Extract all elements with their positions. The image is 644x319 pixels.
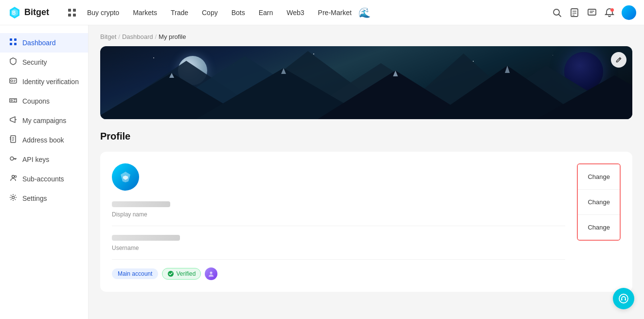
username-value: [112, 235, 180, 241]
svg-point-17: [11, 80, 13, 82]
breadcrumb-sep-1: /: [118, 33, 120, 40]
banner-edit-button[interactable]: [611, 52, 626, 68]
change-avatar-button[interactable]: Change: [578, 164, 620, 190]
sidebar-item-dashboard[interactable]: Dashboard: [0, 33, 88, 53]
nav-pre-market[interactable]: Pre-Market: [312, 6, 358, 19]
svg-point-53: [210, 272, 213, 274]
svg-rect-3: [68, 14, 71, 17]
verified-badge: Verified: [162, 268, 201, 280]
api-keys-icon: [9, 155, 18, 164]
profile-avatar: [112, 163, 139, 191]
sidebar-label-settings: Settings: [22, 195, 47, 202]
change-buttons-group: Change Change Change: [577, 163, 621, 241]
svg-rect-1: [68, 9, 71, 12]
display-name-label: Display name: [112, 211, 565, 218]
sidebar-label-coupons: Coupons: [22, 97, 50, 105]
sidebar-item-security[interactable]: Security: [0, 53, 88, 72]
coupons-icon: [9, 96, 18, 106]
svg-rect-56: [625, 299, 626, 301]
main-account-badge: Main account: [112, 268, 158, 279]
svg-point-33: [12, 176, 15, 178]
sidebar: Dashboard Security Identity verification…: [0, 25, 89, 319]
svg-point-34: [15, 176, 17, 177]
svg-point-54: [619, 294, 628, 303]
username-label: Username: [112, 245, 565, 251]
sub-accounts-icon: [9, 174, 18, 184]
profile-banner: [100, 46, 632, 119]
sidebar-item-settings[interactable]: Settings: [0, 189, 88, 208]
username-field: Username: [112, 234, 565, 260]
svg-rect-13: [14, 38, 17, 41]
notifications-icon[interactable]: [604, 7, 615, 18]
identity-icon: [9, 77, 18, 87]
sidebar-label-identity: Identity verification: [22, 78, 79, 86]
change-username-button[interactable]: Change: [578, 215, 620, 240]
top-navigation: B Bitget Buy crypto Markets Trade Copy B…: [0, 0, 644, 25]
nav-copy[interactable]: Copy: [196, 6, 224, 19]
badges-row: Main account Verified: [112, 267, 565, 280]
breadcrumb-current: My profile: [159, 33, 186, 40]
breadcrumb: Bitget / Dashboard / My profile: [100, 33, 632, 40]
sidebar-label-dashboard: Dashboard: [22, 39, 56, 47]
svg-text:B: B: [12, 10, 16, 16]
sidebar-item-coupons[interactable]: Coupons: [0, 91, 88, 111]
wave-emoji[interactable]: 🌊: [359, 7, 370, 18]
user-avatar-nav[interactable]: [622, 5, 636, 20]
sidebar-item-campaigns[interactable]: My campaigns: [0, 111, 88, 130]
svg-point-29: [10, 157, 14, 160]
notification-badge: [610, 8, 614, 12]
sidebar-label-security: Security: [22, 58, 47, 66]
profile-title: Profile: [100, 131, 632, 142]
sidebar-item-identity[interactable]: Identity verification: [0, 72, 88, 91]
sidebar-item-sub-accounts[interactable]: Sub-accounts: [0, 169, 88, 189]
nav-buy-crypto[interactable]: Buy crypto: [81, 6, 125, 19]
svg-line-6: [559, 14, 561, 17]
nav-markets[interactable]: Markets: [127, 6, 163, 19]
svg-line-51: [619, 58, 620, 59]
sidebar-label-campaigns: My campaigns: [22, 117, 66, 124]
svg-rect-11: [588, 9, 596, 15]
svg-rect-15: [14, 43, 17, 45]
bitget-logo-icon: B: [8, 6, 21, 19]
nav-earn[interactable]: Earn: [253, 6, 279, 19]
profile-card: Display name Username Main account: [100, 152, 632, 292]
nav-web3[interactable]: Web3: [281, 6, 310, 19]
security-icon: [9, 57, 18, 67]
sidebar-item-address-book[interactable]: Address book: [0, 130, 88, 150]
svg-point-20: [11, 100, 13, 101]
headphone-icon: [618, 293, 629, 304]
apps-icon[interactable]: [67, 7, 77, 18]
main-content: Bitget / Dashboard / My profile: [89, 25, 644, 319]
banner-mountains-svg: [100, 46, 632, 119]
nav-trade[interactable]: Trade: [165, 6, 194, 19]
orders-icon[interactable]: [569, 7, 580, 18]
dashboard-icon: [9, 38, 18, 48]
support-button[interactable]: [613, 288, 634, 309]
settings-icon: [9, 194, 18, 203]
change-display-name-button[interactable]: Change: [578, 190, 620, 215]
svg-rect-4: [73, 14, 76, 17]
address-book-icon: [9, 135, 18, 145]
breadcrumb-sep-2: /: [155, 33, 157, 40]
svg-rect-55: [621, 299, 623, 301]
nav-bots[interactable]: Bots: [226, 6, 251, 19]
sidebar-label-address-book: Address book: [22, 136, 64, 144]
display-name-field: Display name: [112, 200, 565, 226]
svg-rect-12: [10, 38, 12, 41]
breadcrumb-bitget[interactable]: Bitget: [100, 33, 116, 40]
nav-links: Buy crypto Markets Trade Copy Bots Earn …: [81, 6, 552, 19]
sidebar-item-api-keys[interactable]: API keys: [0, 150, 88, 169]
breadcrumb-dashboard[interactable]: Dashboard: [122, 33, 153, 40]
page-layout: Dashboard Security Identity verification…: [0, 0, 644, 319]
verified-check-icon: [167, 270, 174, 277]
logo[interactable]: B Bitget: [8, 6, 49, 19]
badge-avatar-icon: [205, 267, 217, 280]
display-name-value: [112, 201, 170, 207]
search-icon[interactable]: [552, 7, 562, 18]
sidebar-label-sub-accounts: Sub-accounts: [22, 175, 64, 183]
topnav-actions: [552, 5, 636, 20]
campaigns-icon: [9, 116, 18, 125]
messages-icon[interactable]: [587, 7, 597, 18]
logo-text: Bitget: [24, 7, 49, 18]
svg-rect-2: [73, 9, 76, 12]
